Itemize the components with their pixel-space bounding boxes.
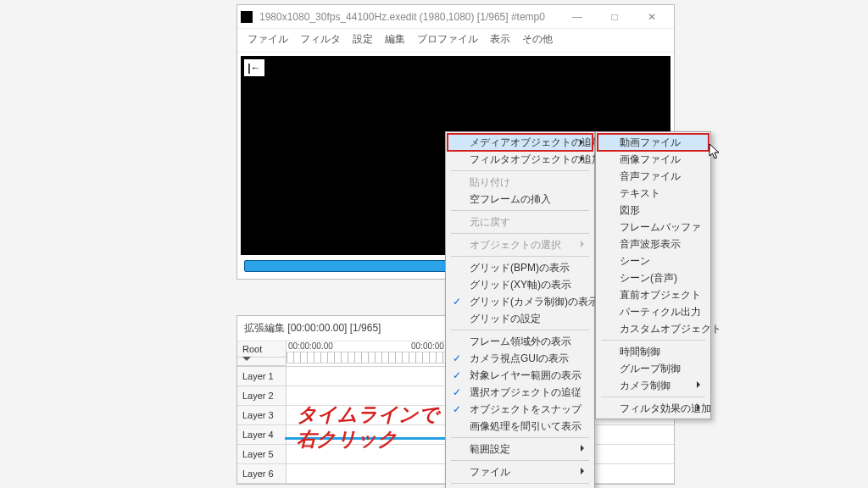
mouse-cursor-icon (709, 144, 721, 161)
menu-other[interactable]: その他 (517, 30, 558, 48)
ctx-add-media-object[interactable]: メディアオブジェクトの追加 (448, 134, 593, 151)
sub-label: パーティクル出力 (620, 305, 701, 319)
check-icon: ✓ (453, 386, 461, 398)
sub-audio-file[interactable]: 音声ファイル (598, 168, 709, 185)
sub-label: 動画ファイル (620, 136, 681, 150)
sub-custom-object[interactable]: カスタムオブジェクト (598, 320, 709, 337)
sub-label: カスタムオブジェクト (620, 322, 721, 336)
sub-label: シーン(音声) (620, 271, 677, 286)
menu-separator (451, 437, 589, 438)
ctx-add-filter-object[interactable]: フィルタオブジェクトの追加 (448, 151, 593, 168)
ctx-label: ファイル (470, 465, 510, 480)
sub-camera-control[interactable]: カメラ制御 (598, 377, 709, 394)
root-label[interactable]: Root (237, 341, 286, 358)
check-icon: ✓ (453, 296, 461, 308)
menu-separator (451, 170, 589, 171)
menu-settings[interactable]: 設定 (348, 30, 378, 48)
menu-edit[interactable]: 編集 (380, 30, 410, 48)
sub-label: 音声ファイル (620, 169, 681, 184)
layer-label[interactable]: Layer 3 (237, 406, 287, 424)
ctx-label: グリッド(XY軸)の表示 (470, 278, 571, 292)
ctx-grid-camera[interactable]: ✓グリッド(カメラ制御)の表示 (448, 293, 593, 310)
menu-separator (451, 210, 589, 211)
sub-framebuffer[interactable]: フレームバッファ (598, 219, 709, 236)
menu-view[interactable]: 表示 (485, 30, 515, 48)
sub-video-file[interactable]: 動画ファイル (598, 134, 709, 151)
ctx-insert-empty-frame[interactable]: 空フレームの挿入 (448, 191, 593, 208)
sub-label: 直前オブジェクト (620, 288, 701, 302)
layer-label[interactable]: Layer 6 (237, 464, 287, 483)
ctx-label: グリッドの設定 (470, 312, 541, 326)
sub-image-file[interactable]: 画像ファイル (598, 151, 709, 168)
layer-label[interactable]: Layer 4 (237, 425, 287, 444)
menu-separator (601, 396, 705, 397)
layer-label[interactable]: Layer 1 (237, 367, 287, 385)
sub-label: テキスト (620, 186, 660, 201)
context-menu: メディアオブジェクトの追加 フィルタオブジェクトの追加 貼り付け 空フレームの挿… (445, 131, 595, 488)
ctx-label: 貼り付け (470, 175, 510, 190)
ctx-grid-bpm[interactable]: グリッド(BPM)の表示 (448, 259, 593, 276)
ctx-grid-xy[interactable]: グリッド(XY軸)の表示 (448, 276, 593, 293)
ctx-label: カメラ視点GUIの表示 (470, 352, 569, 366)
ctx-file[interactable]: ファイル (448, 463, 593, 480)
ctx-undo: 元に戻す (448, 214, 593, 230)
ctx-paste: 貼り付け (448, 174, 593, 191)
app-icon (241, 11, 253, 23)
submenu-arrow-icon (581, 468, 587, 474)
sub-text[interactable]: テキスト (598, 185, 709, 202)
submenu-arrow-icon (581, 241, 587, 247)
minimize-button[interactable]: — (559, 5, 596, 29)
layer-label[interactable]: Layer 2 (237, 386, 287, 405)
check-icon: ✓ (453, 369, 461, 381)
sub-add-filter-effect[interactable]: フィルタ効果の追加 (598, 400, 709, 417)
sub-label: カメラ制御 (620, 379, 670, 393)
menu-separator (451, 483, 589, 484)
sub-label: 時間制御 (620, 345, 660, 359)
sub-label: 図形 (620, 203, 640, 218)
ctx-label: 元に戻す (470, 215, 510, 230)
ctx-range-settings[interactable]: 範囲設定 (448, 441, 593, 458)
layer-label[interactable]: Layer 5 (237, 445, 287, 463)
sub-shape[interactable]: 図形 (598, 202, 709, 219)
menu-separator (451, 256, 589, 257)
menu-bar: ファイル フィルタ 設定 編集 プロファイル 表示 その他 (237, 29, 674, 53)
menu-filter[interactable]: フィルタ (295, 30, 346, 48)
submenu-arrow-icon (581, 155, 587, 162)
seek-start-icon[interactable]: |← (244, 59, 264, 76)
maximize-button[interactable]: □ (596, 5, 633, 29)
menu-file[interactable]: ファイル (242, 30, 293, 48)
ctx-grid-settings[interactable]: グリッドの設定 (448, 310, 593, 327)
title-bar[interactable]: 1980x1080_30fps_44100Hz.exedit (1980,108… (237, 5, 674, 29)
close-button[interactable]: ✕ (633, 5, 670, 29)
sub-particle[interactable]: パーティクル出力 (598, 303, 709, 320)
sub-scene-audio[interactable]: シーン(音声) (598, 269, 709, 286)
ctx-target-layer-range[interactable]: ✓対象レイヤー範囲の表示 (448, 367, 593, 384)
submenu-arrow-icon (697, 381, 704, 388)
ctx-label: 対象レイヤー範囲の表示 (470, 369, 581, 383)
ctx-camera-gui[interactable]: ✓カメラ視点GUIの表示 (448, 350, 593, 367)
ctx-show-frame-out[interactable]: フレーム領域外の表示 (448, 333, 593, 350)
ctx-label: オブジェクトをスナップ (470, 402, 581, 417)
ctx-snap-object[interactable]: ✓オブジェクトをスナップ (448, 401, 593, 418)
sub-scene[interactable]: シーン (598, 252, 709, 269)
ctx-label: オブジェクトの選択 (470, 238, 561, 252)
ctx-follow-selected[interactable]: ✓選択オブジェクトの追従 (448, 384, 593, 401)
submenu-arrow-icon (580, 139, 587, 146)
time-label: 00:00:00.00 (287, 341, 409, 352)
ctx-label: フレーム領域外の表示 (470, 335, 571, 349)
sub-label: グループ制御 (620, 362, 681, 376)
menu-profile[interactable]: プロファイル (412, 30, 483, 48)
sub-previous-object[interactable]: 直前オブジェクト (598, 286, 709, 303)
ctx-label: 選択オブジェクトの追従 (470, 385, 581, 400)
playhead-marker-icon[interactable] (237, 358, 286, 366)
sub-time-control[interactable]: 時間制御 (598, 343, 709, 360)
submenu-arrow-icon (697, 404, 704, 411)
sub-audio-waveform[interactable]: 音声波形表示 (598, 236, 709, 252)
sub-label: 音声波形表示 (620, 237, 681, 252)
ctx-thin-image-proc[interactable]: 画像処理を間引いて表示 (448, 418, 593, 435)
check-icon: ✓ (453, 352, 461, 364)
ctx-label: 空フレームの挿入 (470, 192, 551, 207)
sub-group-control[interactable]: グループ制御 (598, 360, 709, 377)
window-title: 1980x1080_30fps_44100Hz.exedit (1980,108… (259, 11, 559, 23)
layer5-highlight (285, 437, 454, 440)
